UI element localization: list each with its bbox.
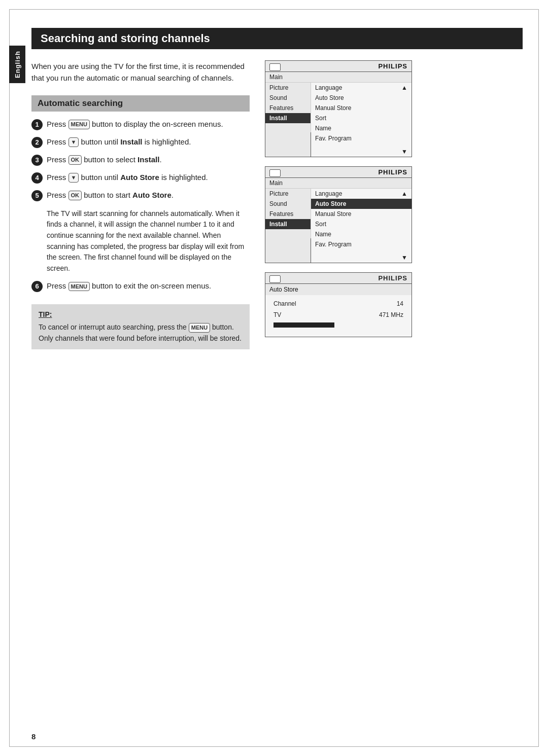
step-6: 6 Press MENU button to exit the on-scree… <box>31 280 250 292</box>
tv-icon-2 <box>269 169 281 177</box>
tv-menu-2-right: Language ▲ Auto Store Manual Store Sort … <box>311 189 412 263</box>
tv-icon-3 <box>269 275 281 283</box>
philips-brand-1: PHILIPS <box>378 62 407 70</box>
tv-label: TV <box>273 311 281 318</box>
tv-menu-2-header: PHILIPS <box>265 167 412 178</box>
menu2-left-install: Install <box>265 219 311 229</box>
step-5-subtext: The TV will start scanning for channels … <box>47 208 250 274</box>
tv-row: TV 471 MHz <box>273 311 403 318</box>
step-number-4: 4 <box>31 172 43 184</box>
menu1-left-picture: Picture <box>265 83 311 93</box>
step-5: 5 Press OK button to start Auto Store. <box>31 190 250 201</box>
menu1-right-sort: Sort <box>311 113 412 123</box>
page-title: Searching and storing channels <box>31 28 523 49</box>
tv-menu-3-body: Channel 14 TV 471 MHz <box>265 295 412 337</box>
down-button-icon-4: ▼ <box>68 173 79 182</box>
step-3-text: Press OK button to select Install. <box>47 154 162 166</box>
channel-value: 14 <box>397 300 403 307</box>
menu1-right-name: Name <box>311 123 412 133</box>
tip-label: TIP: <box>39 309 243 320</box>
menu2-left-picture: Picture <box>265 189 311 199</box>
language-tab: English <box>9 46 25 83</box>
tv-menu-1-header: PHILIPS <box>265 61 412 72</box>
menu2-left-sound: Sound <box>265 199 311 209</box>
tip-box: TIP: To cancel or interrupt auto searchi… <box>31 304 250 349</box>
menu2-right-name: Name <box>311 229 412 239</box>
menu2-right-favprogram: Fav. Program <box>311 239 412 249</box>
menu2-left-empty3 <box>265 235 311 238</box>
menu1-left-sound: Sound <box>265 93 311 103</box>
progress-bar <box>273 322 334 328</box>
tv-menu-2-body: Picture Sound Features Install Language … <box>265 189 412 263</box>
menu2-right-manualstore: Manual Store <box>311 209 412 219</box>
tv-menu-1: PHILIPS Main Picture Sound Features Inst… <box>265 60 412 157</box>
tv-menu-2-left: Picture Sound Features Install <box>265 189 311 263</box>
tv-menu-3-title: Auto Store <box>265 284 412 295</box>
intro-text: When you are using the TV for the first … <box>31 60 250 84</box>
menu1-right-empty2: ▼ <box>311 147 412 157</box>
ok-button-icon-5: OK <box>68 191 82 200</box>
step-4: 4 Press ▼ button until Auto Store is hig… <box>31 172 250 184</box>
menu1-left-features: Features <box>265 103 311 113</box>
menu1-section: Main <box>265 72 412 83</box>
menu-button-icon-6: MENU <box>68 282 90 291</box>
down-button-icon-2: ▼ <box>68 137 79 147</box>
step-5-block: 5 Press OK button to start Auto Store. T… <box>31 190 250 274</box>
menu-button-icon-1: MENU <box>68 120 90 129</box>
menu2-right-empty2: ▼ <box>311 253 412 263</box>
step-number-6: 6 <box>31 281 43 292</box>
step-6-text: Press MENU button to exit the on-screen … <box>47 280 211 292</box>
menu2-right-language: Language ▲ <box>311 189 412 199</box>
tv-menu-1-right: Language ▲ Auto Store Manual Store Sort … <box>311 83 412 157</box>
step-2: 2 Press ▼ button until Install is highli… <box>31 136 250 148</box>
tv-menu-1-body: Picture Sound Features Install Language … <box>265 83 412 157</box>
tv-value: 471 MHz <box>379 311 403 318</box>
menu1-right-manualstore: Manual Store <box>311 103 412 113</box>
menu2-left-features: Features <box>265 209 311 219</box>
menu1-right-favprogram: Fav. Program <box>311 133 412 143</box>
tv-menu-2: PHILIPS Main Picture Sound Features Inst… <box>265 166 412 263</box>
menu2-right-sort: Sort <box>311 219 412 229</box>
tv-menu-3: PHILIPS Auto Store Channel 14 TV 471 MHz <box>265 272 412 337</box>
philips-brand-2: PHILIPS <box>378 168 407 176</box>
tv-menu-1-left: Picture Sound Features Install <box>265 83 311 157</box>
section-heading: Automatic searching <box>31 95 250 112</box>
philips-brand-3: PHILIPS <box>378 274 407 282</box>
step-number-2: 2 <box>31 137 43 148</box>
menu-button-tip: MENU <box>189 323 210 332</box>
step-number-5: 5 <box>31 190 43 201</box>
menu1-left-install: Install <box>265 113 311 123</box>
channel-row: Channel 14 <box>273 300 403 307</box>
page-number: 8 <box>31 732 36 741</box>
menu1-left-empty3 <box>265 129 311 132</box>
tip-text: To cancel or interrupt auto searching, p… <box>39 323 242 342</box>
tv-menu-3-header: PHILIPS <box>265 273 412 284</box>
channel-label: Channel <box>273 300 296 307</box>
tv-icon-1 <box>269 63 281 71</box>
step-number-3: 3 <box>31 155 43 166</box>
step-5-text: Press OK button to start Auto Store. <box>47 190 174 201</box>
step-number-1: 1 <box>31 119 43 130</box>
step-2-text: Press ▼ button until Install is highligh… <box>47 136 191 148</box>
step-1: 1 Press MENU button to display the on-sc… <box>31 119 250 130</box>
step-1-text: Press MENU button to display the on-scre… <box>47 119 223 130</box>
menu2-section: Main <box>265 178 412 189</box>
menu1-right-autostore: Auto Store <box>311 93 412 103</box>
menu1-right-language: Language ▲ <box>311 83 412 93</box>
menu2-right-autostore: Auto Store <box>311 199 412 209</box>
step-3: 3 Press OK button to select Install. <box>31 154 250 166</box>
ok-button-icon-3: OK <box>68 155 82 164</box>
step-4-text: Press ▼ button until Auto Store is highl… <box>47 172 208 184</box>
